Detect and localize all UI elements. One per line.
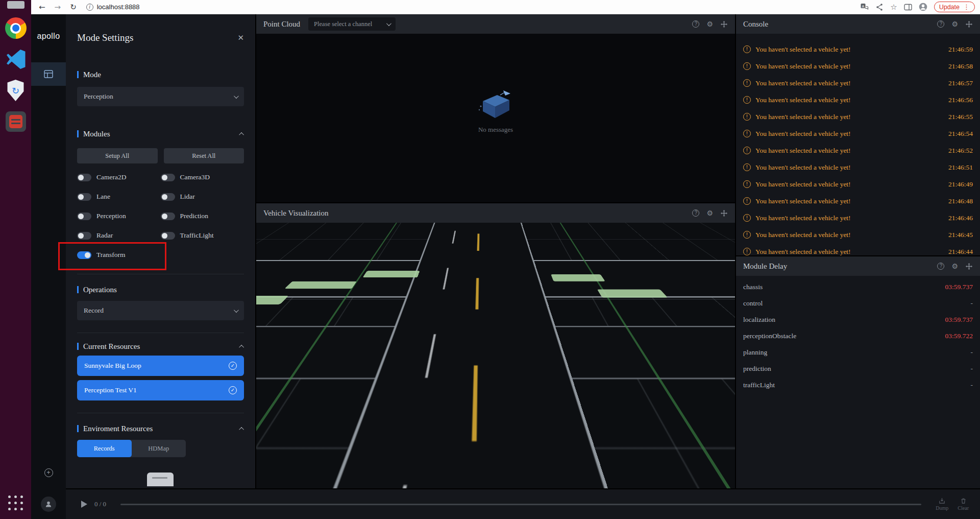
site-info-icon[interactable]: i [86, 4, 93, 11]
module-toggle-switch[interactable] [161, 213, 175, 220]
module-delay-title: Module Delay [743, 262, 787, 271]
vscode-icon [6, 50, 26, 69]
module-toggle-switch[interactable] [77, 213, 91, 220]
transform-highlight-annotation [58, 242, 166, 270]
play-button[interactable] [81, 501, 87, 508]
mode-select[interactable]: Perception [77, 87, 244, 106]
resource-tab[interactable]: HDMap [132, 440, 186, 457]
forward-button[interactable]: → [55, 3, 61, 12]
zoom-in-button[interactable]: + [708, 454, 724, 468]
player-bar: 0 / 0 Dump Clear [66, 488, 980, 519]
red-app-icon [6, 111, 26, 132]
resource-item[interactable]: Perception Test V1 ✓ [77, 380, 244, 400]
module-toggle-switch[interactable] [161, 232, 175, 240]
dreamview-view-button[interactable]: D [708, 432, 724, 447]
shield-sync-icon: ↻ [6, 80, 26, 101]
console-message-row: ! You haven't selected a vehicle yet! 21… [736, 108, 980, 125]
module-toggle-row: Lane [77, 193, 161, 201]
module-delay-row: perceptionObstacle 03:59.722 [736, 328, 980, 344]
gear-icon[interactable]: ⚙ [706, 20, 713, 28]
move-panel-icon[interactable] [720, 209, 728, 217]
resource-item[interactable]: Sunnyvale Big Loop ✓ [77, 356, 244, 376]
resource-item-label: Sunnyvale Big Loop [84, 362, 141, 370]
dock-item-chrome[interactable] [4, 16, 28, 40]
vehicle-viz-canvas[interactable]: D + − [256, 223, 735, 488]
section-accent-bar [77, 343, 79, 350]
sidebar-item-mode-settings[interactable] [31, 62, 66, 86]
module-toggle-switch[interactable] [161, 193, 175, 201]
warning-icon: ! [743, 163, 751, 171]
dock-item-red-app[interactable] [4, 110, 28, 133]
share-icon[interactable] [875, 3, 884, 11]
collapse-chevron-icon[interactable] [239, 344, 244, 349]
warning-icon: ! [743, 248, 751, 255]
gear-icon[interactable]: ⚙ [951, 20, 958, 28]
svg-text:A: A [862, 4, 865, 8]
help-icon[interactable]: ? [692, 20, 699, 28]
console-message-time: 21:46:55 [948, 113, 973, 121]
green-marker [285, 281, 357, 289]
dock-item-updater[interactable]: ↻ [4, 79, 28, 102]
back-button[interactable]: ← [39, 3, 45, 12]
empty-state: No messages [477, 89, 514, 134]
collapse-chevron-icon[interactable] [239, 132, 244, 137]
bookmark-star-icon[interactable]: ☆ [890, 3, 897, 12]
module-toggle-switch[interactable] [161, 174, 175, 181]
record-card-partial[interactable] [147, 473, 174, 486]
point-cloud-canvas[interactable]: No messages [256, 34, 735, 202]
console-message-text: You haven't selected a vehicle yet! [755, 163, 851, 172]
toggle-knob [162, 214, 167, 219]
chrome-update-button[interactable]: Update ⋮ [934, 2, 975, 12]
console-message-text: You haven't selected a vehicle yet! [755, 248, 851, 256]
module-toggle-switch[interactable] [77, 174, 91, 181]
update-label: Update [939, 4, 960, 11]
reload-button[interactable]: ↻ [70, 3, 77, 12]
translate-icon[interactable]: A [860, 3, 869, 11]
gear-icon[interactable]: ⚙ [706, 209, 713, 217]
resource-tab[interactable]: Records [77, 440, 132, 457]
operations-select[interactable]: Record [77, 301, 244, 320]
module-toggle-switch[interactable] [77, 193, 91, 201]
module-toggle-switch[interactable] [77, 232, 91, 240]
console-message-text: You haven't selected a vehicle yet! [755, 113, 851, 121]
console-message-text: You haven't selected a vehicle yet! [755, 79, 851, 87]
move-panel-icon[interactable] [965, 263, 973, 270]
console-message-row: ! You haven't selected a vehicle yet! 21… [736, 91, 980, 108]
resource-item-label: Perception Test V1 [84, 386, 137, 394]
section-accent-bar [77, 425, 79, 432]
warning-icon: ! [743, 147, 751, 154]
layers-button[interactable] [708, 409, 724, 424]
add-panel-button[interactable]: + [44, 468, 53, 477]
reset-all-button[interactable]: Reset All [164, 148, 244, 163]
user-avatar[interactable] [41, 497, 56, 512]
console-message-text: You haven't selected a vehicle yet! [755, 45, 851, 54]
help-icon[interactable]: ? [937, 20, 944, 28]
side-panel-icon[interactable] [904, 4, 912, 11]
close-icon[interactable]: ✕ [237, 33, 244, 42]
collapse-chevron-icon[interactable] [239, 427, 244, 432]
help-icon[interactable]: ? [692, 209, 699, 217]
profile-avatar-icon[interactable] [919, 3, 927, 11]
browser-menu-icon[interactable]: ⋮ [963, 3, 970, 11]
move-panel-icon[interactable] [720, 20, 728, 28]
help-icon[interactable]: ? [937, 263, 944, 270]
module-toggle-label: Prediction [180, 212, 209, 220]
zoom-out-button[interactable]: − [708, 469, 724, 484]
modules-section-label: Modules [77, 129, 244, 139]
dock-item-vscode[interactable] [4, 48, 28, 71]
gear-icon[interactable]: ⚙ [951, 262, 958, 270]
console-message-row: ! You haven't selected a vehicle yet! 21… [736, 193, 980, 209]
toggle-knob [78, 175, 84, 180]
module-toggle-label: Radar [96, 231, 113, 240]
vehicle-visualization-panel: Vehicle Visualization ? ⚙ [256, 203, 735, 488]
channel-select[interactable]: Please select a channel [308, 17, 396, 31]
address-bar[interactable]: i localhost:8888 [86, 3, 140, 11]
dump-button[interactable]: Dump [936, 498, 948, 511]
clear-button[interactable]: Clear [958, 498, 969, 511]
setup-all-button[interactable]: Setup All [77, 148, 158, 163]
move-panel-icon[interactable] [965, 20, 973, 28]
show-applications-button[interactable] [8, 496, 23, 511]
progress-track[interactable] [120, 504, 921, 505]
mode-section-label: Mode [77, 69, 244, 80]
toggle-knob [162, 233, 167, 239]
